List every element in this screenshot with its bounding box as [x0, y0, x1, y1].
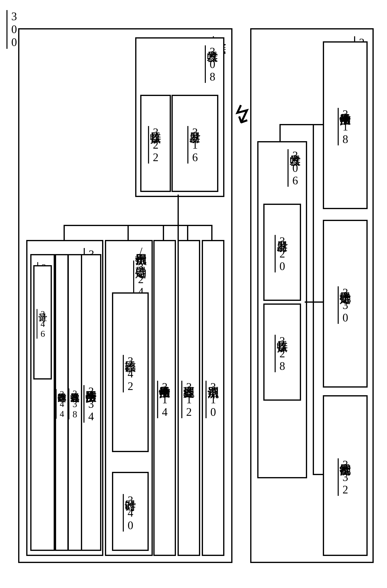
recv-activity-gen-box: 活动性信号产生器 314 [153, 240, 176, 556]
intf-activity-gen-box: 活动性信号产生器 318 [323, 41, 368, 209]
recv-receiver-label: 接收器 322 [149, 123, 162, 164]
resource-processor-label: 资源处理器 312 [182, 378, 196, 418]
recv-drop-314 [163, 225, 164, 240]
metric-label: 计量 346 [37, 306, 48, 338]
recv-transceiver-title: 收发器 308 [205, 42, 219, 83]
intf-transceiver-title: 收发器 306 [288, 147, 302, 187]
timer-label: 计时器 340 [123, 491, 137, 531]
flow-identifier-label: 流识别器 310 [206, 378, 220, 418]
interference-detector-title: 干扰识别器/确定器 324 [134, 245, 147, 298]
timer-box: 计时器 340 [112, 472, 149, 551]
recv-activity-gen-label: 活动性信号产生器 314 [158, 378, 171, 418]
comparator-box: 比较器 342 [112, 292, 149, 452]
carrier-selector-label: 载波选择器 338 [69, 386, 80, 420]
recv-drop-312 [187, 225, 188, 240]
recv-transmitter-label: 发射器 316 [188, 123, 202, 164]
intf-controller-box: 干扰控制器 332 [323, 395, 368, 556]
intf-transmitter-label: 发射器 320 [275, 232, 289, 273]
intf-determiner-box: 干扰确定器 330 [323, 220, 368, 388]
intf-transmitter-box: 发射器 320 [263, 204, 301, 301]
diagram-page: 300 接收节点 302 收发器 308 发射器 316 接收器 322 流识别… [0, 0, 387, 588]
comparator-label: 比较器 342 [123, 352, 137, 392]
intf-determiner-label: 干扰确定器 330 [338, 284, 352, 324]
sync-signal-gen-label: 同步信号产生器 334 [84, 382, 98, 423]
intf-hlink [305, 301, 324, 303]
flow-identifier-box: 流识别器 310 [202, 240, 224, 556]
subslot-selector-box: 子时隙选择器 344 [55, 254, 68, 551]
recv-hbus [64, 225, 212, 226]
recv-receiver-box: 接收器 322 [140, 95, 171, 192]
recv-drop-326 [64, 225, 65, 240]
carrier-selector-box: 载波选择器 338 [68, 254, 82, 551]
intf-to-306-h [279, 124, 314, 125]
recv-bus-main [178, 195, 179, 240]
intf-to-306-v [279, 124, 281, 142]
recv-drop-310 [211, 225, 212, 240]
subslot-selector-label: 子时隙选择器 344 [56, 386, 67, 419]
intf-drop-332 [313, 474, 324, 475]
resource-processor-box: 资源处理器 312 [178, 240, 200, 556]
intf-activity-gen-label: 活动性信号产生器 318 [338, 105, 352, 145]
recv-drop-324 [128, 225, 129, 240]
intf-receiver-box: 接收器 328 [263, 303, 301, 401]
intf-controller-label: 干扰控制器 332 [338, 456, 352, 496]
sync-signal-gen-box: 同步信号产生器 334 [81, 254, 101, 551]
recv-transmitter-box: 发射器 316 [172, 95, 218, 192]
intf-drop-318 [313, 124, 324, 125]
intf-vbus [313, 124, 314, 475]
metric-box: 计量 346 [33, 265, 52, 379]
intf-receiver-label: 接收器 328 [275, 332, 289, 372]
